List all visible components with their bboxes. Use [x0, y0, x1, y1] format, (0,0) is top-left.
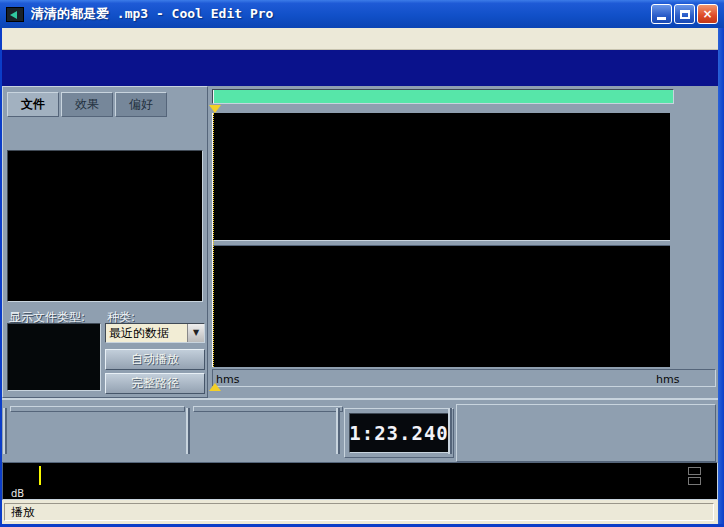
maximize-icon — [680, 10, 690, 19]
tab-favorites[interactable]: 偏好 — [115, 92, 167, 117]
meter-bars — [39, 466, 703, 486]
selection-view-panel — [456, 404, 716, 462]
tab-files[interactable]: 文件 — [7, 92, 59, 117]
close-button[interactable]: × — [697, 4, 718, 24]
group-grip[interactable] — [3, 408, 7, 454]
close-icon: × — [702, 7, 712, 21]
time-ruler[interactable]: hms hms — [212, 369, 716, 387]
waveform-channel-left[interactable] — [212, 113, 670, 240]
peak-indicator — [39, 466, 41, 485]
overview-playhead[interactable] — [213, 90, 214, 103]
clip-indicator-left[interactable] — [688, 467, 701, 475]
clip-indicator-right[interactable] — [688, 477, 701, 485]
menu-bar — [2, 28, 720, 50]
zoom-controls — [193, 406, 343, 412]
window-border-left — [0, 28, 2, 527]
ruler-unit-right: hms — [656, 373, 679, 386]
waveform-channel-right[interactable] — [212, 246, 670, 367]
amplitude-ruler[interactable] — [672, 113, 716, 367]
meter-scale — [39, 486, 703, 500]
app-icon[interactable] — [6, 7, 24, 22]
group-grip[interactable] — [186, 408, 190, 454]
minimize-button[interactable] — [651, 4, 672, 24]
organizer-panel: 文件 效果 偏好 显示文件类型: 种类: 最近的数据 ▼ 自动播放 完整路径 — [2, 86, 208, 398]
waveform-display-panel: hms hms — [208, 86, 718, 398]
overview-bar[interactable] — [212, 89, 674, 104]
organizer-tabs: 文件 效果 偏好 — [7, 92, 169, 117]
minimize-icon — [657, 17, 666, 20]
waveform-area[interactable] — [212, 113, 670, 367]
status-bar: 播放 — [2, 500, 718, 524]
sort-dropdown-value: 最近的数据 — [106, 324, 187, 342]
meter-unit-label: dB — [11, 488, 24, 499]
group-grip[interactable] — [448, 408, 452, 454]
sort-dropdown[interactable]: 最近的数据 ▼ — [105, 323, 205, 343]
time-display-panel: 1:23.240 — [344, 408, 454, 458]
toolbar — [2, 50, 720, 86]
auto-play-button[interactable]: 自动播放 — [105, 349, 205, 370]
tab-effects[interactable]: 效果 — [61, 92, 113, 117]
window-border-right — [718, 28, 724, 527]
selection-start-line — [213, 113, 214, 367]
time-display[interactable]: 1:23.240 — [349, 413, 449, 453]
file-list[interactable] — [7, 150, 203, 302]
selection-marker-bottom[interactable] — [209, 383, 221, 391]
transport-controls — [10, 406, 185, 412]
selection-marker-top[interactable] — [209, 105, 221, 113]
level-meter[interactable]: dB — [2, 462, 718, 500]
playback-cursor[interactable] — [212, 113, 213, 367]
chevron-down-icon[interactable]: ▼ — [187, 324, 204, 342]
cool-edit-pro-window: 清清的都是爱 .mp3 - Cool Edit Pro × 文件 效果 偏好 显… — [0, 0, 724, 527]
status-mode: 播放 — [4, 503, 714, 521]
maximize-button[interactable] — [674, 4, 695, 24]
full-path-button[interactable]: 完整路径 — [105, 373, 205, 394]
title-bar: 清清的都是爱 .mp3 - Cool Edit Pro × — [0, 0, 724, 28]
window-title: 清清的都是爱 .mp3 - Cool Edit Pro — [31, 5, 651, 23]
group-grip[interactable] — [336, 408, 340, 454]
file-type-filter-box — [7, 323, 101, 391]
transport-bar: 1:23.240 — [2, 398, 718, 462]
